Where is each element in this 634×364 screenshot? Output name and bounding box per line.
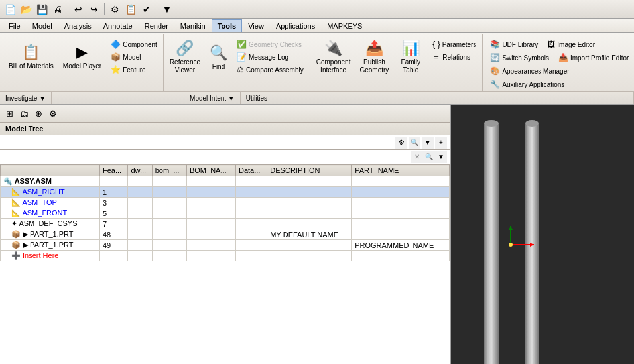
clip-btn[interactable]: 📋 bbox=[123, 2, 138, 17]
cell-bom bbox=[152, 240, 186, 251]
import-profile-btn[interactable]: 📥 Import Profile Editor bbox=[555, 52, 632, 64]
cell-partname: PROGRAMMED_NAME bbox=[352, 240, 450, 251]
expand-btn[interactable]: ⊕ bbox=[32, 107, 45, 121]
component-interface-button[interactable]: 🔌 ComponentInterface bbox=[313, 38, 354, 76]
feature-label: Feature bbox=[123, 66, 145, 74]
find-label: Find bbox=[212, 63, 225, 70]
print-btn[interactable]: 🖨 bbox=[50, 2, 65, 17]
bill-of-materials-button[interactable]: 📋 Bill of Materials bbox=[5, 38, 57, 76]
cell-desc: MY DEFAULT NAME bbox=[267, 229, 352, 240]
new-btn[interactable]: 📄 bbox=[3, 2, 17, 17]
undo-btn[interactable]: ↩ bbox=[71, 2, 86, 17]
model-btn[interactable]: 📦 Model bbox=[107, 51, 160, 63]
message-log-label: Message Log bbox=[249, 54, 288, 61]
image-editor-btn[interactable]: 🖼 Image Editor bbox=[544, 38, 598, 50]
redo-btn[interactable]: ↪ bbox=[87, 2, 101, 17]
settings-tree-btn[interactable]: ⚙ bbox=[46, 107, 60, 121]
table-row[interactable]: 📐 ASM_RIGHT1 bbox=[1, 187, 450, 198]
compare-assembly-icon: ⚖ bbox=[237, 65, 244, 74]
cell-dw bbox=[128, 187, 152, 198]
sep2 bbox=[104, 3, 105, 15]
model-player-icon: ▶ bbox=[76, 44, 88, 61]
udf-library-btn[interactable]: 📚 UDF Library bbox=[487, 38, 541, 50]
model-tree-header: Model Tree bbox=[0, 123, 450, 135]
component-btn[interactable]: 🔷 Component bbox=[107, 38, 160, 50]
cell-dw bbox=[128, 240, 152, 251]
cell-bomna bbox=[186, 229, 235, 240]
col-data[interactable]: Data... bbox=[235, 165, 267, 176]
table-row[interactable]: 📐 ASM_TOP3 bbox=[1, 198, 450, 208]
reference-viewer-button[interactable]: 🔗 ReferenceViewer bbox=[166, 38, 204, 76]
publish-geometry-button[interactable]: 📤 PublishGeometry bbox=[356, 38, 392, 76]
open-btn[interactable]: 📂 bbox=[19, 2, 33, 17]
col-bom[interactable]: bom_... bbox=[152, 165, 186, 176]
table-row[interactable]: 📦 ▶ PART_1.PRT49PROGRAMMED_NAME bbox=[1, 240, 450, 251]
search-input[interactable] bbox=[3, 153, 411, 161]
svg-point-5 bbox=[509, 243, 513, 247]
filter-toggle-btn[interactable]: ▼ bbox=[422, 137, 434, 149]
row-icon: 📐 bbox=[11, 198, 21, 206]
cell-dw bbox=[128, 251, 152, 261]
menu-view[interactable]: View bbox=[242, 19, 270, 32]
tree-view-btn[interactable]: ⊞ bbox=[3, 107, 16, 121]
cell-bomna bbox=[186, 240, 235, 251]
search-dropdown-btn[interactable]: ▼ bbox=[435, 151, 447, 163]
appearances-manager-btn[interactable]: 🎨 Appearances Manager bbox=[487, 65, 572, 77]
col-dw[interactable]: dw... bbox=[128, 165, 152, 176]
family-table-button[interactable]: 📊 FamilyTable bbox=[395, 38, 426, 76]
col-desc[interactable]: DESCRIPTION bbox=[267, 165, 352, 176]
menu-render[interactable]: Render bbox=[139, 19, 174, 32]
menu-annotate[interactable]: Annotate bbox=[97, 19, 139, 32]
save-btn[interactable]: 💾 bbox=[34, 2, 49, 17]
relations-btn[interactable]: ＝ Relations bbox=[429, 51, 479, 63]
table-row[interactable]: 📦 ▶ PART_1.PRT48MY DEFAULT NAME bbox=[1, 229, 450, 240]
ribbon-row-large: 📋 Bill of Materials ▶ Model Player 🔷 Com… bbox=[5, 36, 160, 90]
footer-model-intent[interactable]: Model Intent ▼ bbox=[184, 92, 241, 104]
viewport[interactable] bbox=[451, 105, 634, 364]
feature-btn[interactable]: ⭐ Feature bbox=[107, 64, 160, 76]
menu-file[interactable]: File bbox=[3, 19, 27, 32]
parameters-btn[interactable]: { } Parameters bbox=[429, 38, 479, 50]
switch-symbols-btn[interactable]: 🔄 Switch Symbols bbox=[487, 52, 552, 64]
more-btn[interactable]: ▼ bbox=[160, 2, 174, 17]
cell-data bbox=[235, 229, 267, 240]
cell-dw bbox=[128, 229, 152, 240]
settings-btn[interactable]: ⚙ bbox=[107, 2, 122, 17]
compare-assembly-btn[interactable]: ⚖ Compare Assembly bbox=[233, 64, 307, 76]
check-btn[interactable]: ✔ bbox=[139, 2, 154, 17]
search-submit-btn[interactable]: 🔍 bbox=[423, 151, 435, 163]
col-partname[interactable]: PART_NAME bbox=[352, 165, 450, 176]
table-row[interactable]: 🔩 ASSY.ASM bbox=[1, 176, 450, 187]
parameters-icon: { } bbox=[432, 40, 440, 49]
clear-search-btn[interactable]: ✕ bbox=[411, 151, 423, 163]
table-row[interactable]: 📐 ASM_FRONT5 bbox=[1, 208, 450, 219]
footer-investigate[interactable]: Investigate ▼ bbox=[0, 92, 52, 104]
search-btn[interactable]: 🔍 bbox=[409, 137, 420, 149]
footer-investigate2[interactable] bbox=[52, 92, 184, 104]
filter-config-btn[interactable]: ⚙ bbox=[395, 137, 407, 149]
table-row[interactable]: ➕ Insert Here bbox=[1, 251, 450, 261]
col-fea[interactable]: Fea... bbox=[100, 165, 128, 176]
relations-label: Relations bbox=[442, 54, 470, 61]
layer-btn[interactable]: 🗂 bbox=[17, 107, 31, 121]
menu-model[interactable]: Model bbox=[27, 19, 58, 32]
message-log-btn[interactable]: 📝 Message Log bbox=[233, 51, 307, 63]
menu-tools[interactable]: Tools bbox=[212, 19, 243, 32]
auxiliary-apps-btn[interactable]: 🔧 Auxiliary Applications bbox=[487, 78, 568, 90]
menu-manikin[interactable]: Manikin bbox=[174, 19, 212, 32]
menu-applications[interactable]: Applications bbox=[270, 19, 321, 32]
table-row[interactable]: ✦ ASM_DEF_CSYS7 bbox=[1, 219, 450, 229]
cell-desc bbox=[267, 251, 352, 261]
family-table-icon: 📊 bbox=[402, 40, 420, 57]
menu-mapkeys[interactable]: MAPKEYS bbox=[321, 19, 368, 32]
relations-icon: ＝ bbox=[432, 52, 440, 63]
footer-utilities[interactable]: Utilities bbox=[241, 92, 634, 104]
model-player-button[interactable]: ▶ Model Player bbox=[60, 38, 105, 76]
geometry-checks-btn[interactable]: ✅ Geometry Checks bbox=[233, 38, 307, 50]
bom-label: Bill of Materials bbox=[9, 62, 54, 70]
menu-analysis[interactable]: Analysis bbox=[58, 19, 97, 32]
add-col-btn[interactable]: + bbox=[435, 137, 447, 149]
cell-partname bbox=[352, 251, 450, 261]
find-button[interactable]: 🔍 Find bbox=[206, 38, 231, 76]
col-bomna[interactable]: BOM_NA... bbox=[186, 165, 235, 176]
